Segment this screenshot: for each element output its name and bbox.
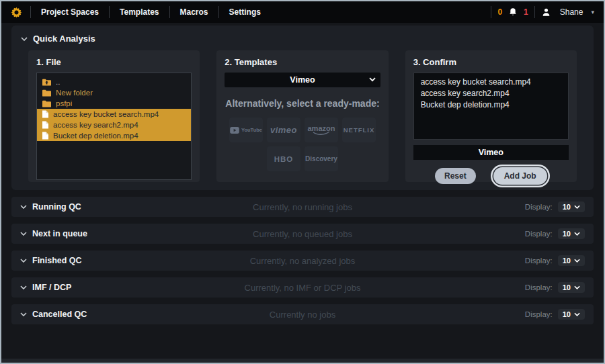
brand-vimeo-button[interactable]: vimeo <box>267 118 300 142</box>
brand-grid: YouTube vimeo amazon NETFLIX <box>227 118 378 171</box>
brand-label: amazon <box>308 125 335 132</box>
confirm-file: access key bucket search.mp4 <box>421 77 561 88</box>
finished-qc-header[interactable]: Finished QC <box>20 256 82 265</box>
file-row-selected[interactable]: access key search2.mp4 <box>37 120 191 130</box>
display-count-value: 10 <box>563 310 571 318</box>
brand-label: YouTube <box>241 127 262 133</box>
quick-analysis-section: Quick Analysis 1. File <box>11 26 594 190</box>
templates-panel: 2. Templates Vimeo Alternatively, select… <box>216 50 388 182</box>
chevron-down-icon <box>20 259 27 263</box>
file-icon <box>42 121 48 129</box>
file-icon <box>42 132 48 140</box>
chevron-down-icon <box>20 205 27 209</box>
bottom-scrollbar-track[interactable] <box>1 359 604 363</box>
next-in-queue-header[interactable]: Next in queue <box>20 229 87 238</box>
display-count-select[interactable]: 10 <box>558 309 585 320</box>
section-title: Finished QC <box>32 256 82 265</box>
running-qc-header[interactable]: Running QC <box>20 202 81 212</box>
display-count-value: 10 <box>563 203 571 211</box>
section-row-running-qc: Running QC Currently, no running jobs Di… <box>11 197 594 217</box>
section-title: Next in queue <box>32 229 87 238</box>
folder-up-icon <box>42 79 51 86</box>
brand-label: Discovery <box>305 155 337 163</box>
confirm-file: Bucket dep deletion.mp4 <box>421 99 561 111</box>
display-count-value: 10 <box>563 283 571 291</box>
section-row-cancelled-qc: Cancelled QC Currently no jobs Display: … <box>11 304 594 324</box>
confirm-file: access key search2.mp4 <box>421 88 561 99</box>
confirm-panel-title: 3. Confirm <box>413 57 569 67</box>
folder-icon <box>42 100 51 107</box>
template-select[interactable]: Vimeo <box>225 73 380 87</box>
display-count-select[interactable]: 10 <box>558 201 585 212</box>
file-icon <box>42 110 48 118</box>
display-count-select[interactable]: 10 <box>558 228 585 239</box>
display-label: Display: <box>525 203 553 211</box>
app-window: Project Spaces Templates Macros Settings… <box>0 0 605 364</box>
status-text: Currently no jobs <box>11 310 594 320</box>
chevron-down-icon <box>369 77 376 82</box>
file-row-label: access key bucket search.mp4 <box>53 110 159 118</box>
section-title: Quick Analysis <box>33 34 95 44</box>
brand-label: vimeo <box>270 125 297 135</box>
display-count-value: 10 <box>563 230 571 238</box>
folder-icon <box>42 89 51 97</box>
display-label: Display: <box>525 310 553 318</box>
section-title: Cancelled QC <box>32 310 87 319</box>
section-row-imf-dcp: IMF / DCP Currently, no IMF or DCP jobs … <box>11 277 594 298</box>
file-row-label: psfpi <box>56 99 72 107</box>
chevron-down-icon <box>20 285 27 289</box>
status-text: Currently, no queued jobs <box>11 229 594 239</box>
amazon-smile-icon <box>313 132 330 136</box>
nav-macros[interactable]: Macros <box>170 7 218 17</box>
add-job-button[interactable]: Add Job <box>493 167 547 185</box>
file-panel-title: 1. File <box>36 57 192 67</box>
chevron-down-icon <box>20 232 27 236</box>
user-icon <box>541 7 551 17</box>
section-row-next-in-queue: Next in queue Currently, no queued jobs … <box>11 224 594 244</box>
file-row-folder[interactable]: psfpi <box>37 98 191 109</box>
gear-logo-icon[interactable] <box>11 7 22 18</box>
ready-made-label: Alternatively, select a ready-made: <box>225 98 380 109</box>
brand-hbo-button[interactable]: HBO <box>267 146 300 171</box>
user-menu[interactable]: Shane <box>560 7 583 17</box>
file-row-selected[interactable]: access key bucket search.mp4 <box>37 109 191 120</box>
templates-panel-title: 2. Templates <box>225 57 380 67</box>
chevron-down-icon <box>21 37 28 41</box>
main-content: Quick Analysis 1. File <box>1 23 604 359</box>
divider <box>491 6 491 18</box>
nav-settings[interactable]: Settings <box>219 7 271 17</box>
brand-discovery-button[interactable]: Discovery <box>305 146 338 171</box>
file-row-folder[interactable]: New folder <box>37 87 191 98</box>
bell-icon[interactable] <box>508 7 518 17</box>
display-label: Display: <box>525 257 553 265</box>
section-title: IMF / DCP <box>32 283 71 292</box>
cancelled-qc-header[interactable]: Cancelled QC <box>20 310 87 319</box>
nav-project-spaces[interactable]: Project Spaces <box>31 7 109 17</box>
template-select-value: Vimeo <box>290 75 315 85</box>
display-count-select[interactable]: 10 <box>558 282 585 293</box>
file-panel: 1. File .. <box>28 50 200 182</box>
reset-button[interactable]: Reset <box>435 168 476 184</box>
divider <box>534 6 535 18</box>
file-row-label: New folder <box>56 89 93 97</box>
imf-dcp-header[interactable]: IMF / DCP <box>20 283 71 292</box>
display-label: Display: <box>525 230 553 238</box>
file-row-parent-dir[interactable]: .. <box>37 77 191 87</box>
nav-templates[interactable]: Templates <box>110 7 169 17</box>
youtube-play-icon <box>230 127 239 134</box>
display-count-select[interactable]: 10 <box>558 255 585 266</box>
confirm-file-list: access key bucket search.mp4 access key … <box>413 73 569 140</box>
status-text: Currently, no IMF or DCP jobs <box>11 283 594 293</box>
file-row-label: access key search2.mp4 <box>53 121 138 129</box>
section-row-finished-qc: Finished QC Currently, no analyzed jobs … <box>11 251 594 271</box>
status-text: Currently, no running jobs <box>11 202 594 212</box>
brand-netflix-button[interactable]: NETFLIX <box>342 118 376 142</box>
brand-youtube-button[interactable]: YouTube <box>229 118 263 142</box>
confirm-template-name: Vimeo <box>413 145 569 160</box>
file-browser: .. New folder psfpi <box>36 73 192 180</box>
display-label: Display: <box>525 283 553 291</box>
brand-amazon-button[interactable]: amazon <box>305 118 338 142</box>
quick-analysis-header[interactable]: Quick Analysis <box>11 31 594 49</box>
section-title: Running QC <box>32 202 81 212</box>
file-row-selected[interactable]: Bucket dep deletion.mp4 <box>37 130 191 141</box>
